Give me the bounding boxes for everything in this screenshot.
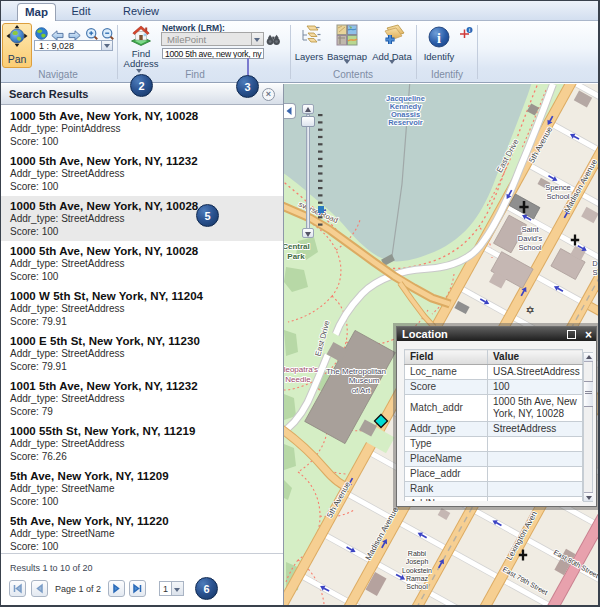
svg-text:Spence: Spence [545, 183, 570, 192]
svg-text:Joseph: Joseph [406, 558, 429, 566]
svg-text:Lookstein: Lookstein [402, 567, 432, 574]
svg-text:School: School [406, 583, 428, 590]
svg-text:School: School [519, 243, 542, 252]
svg-text:Saint: Saint [521, 225, 539, 234]
svg-text:i: i [437, 31, 441, 46]
svg-text:Needle: Needle [285, 375, 311, 384]
svg-text:Ramaz: Ramaz [406, 575, 429, 582]
svg-text:School: School [547, 192, 570, 201]
svg-text:Central: Central [284, 242, 310, 251]
svg-text:Rabbi: Rabbi [408, 550, 427, 557]
svg-text:S: S [592, 268, 597, 277]
svg-text:Park: Park [287, 252, 305, 261]
svg-text:Reservoir: Reservoir [388, 118, 423, 127]
svg-text:The Metropolitan: The Metropolitan [326, 367, 386, 376]
svg-text:Cleopatra's: Cleopatra's [284, 365, 318, 374]
svg-text:of Art: of Art [352, 386, 371, 395]
svg-text:David's: David's [518, 234, 543, 243]
svg-text:✡: ✡ [525, 304, 534, 316]
svg-text:Museum: Museum [349, 376, 380, 385]
